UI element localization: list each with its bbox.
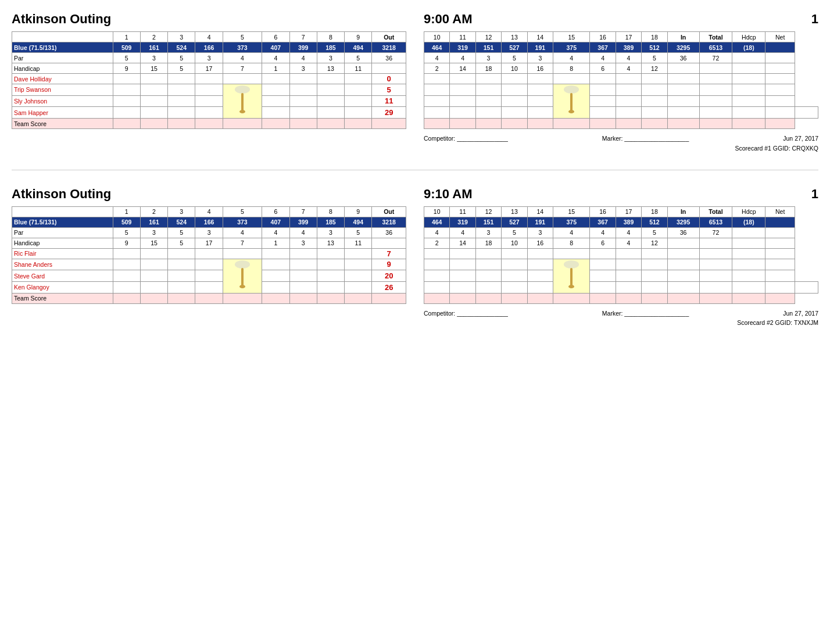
page-divider (12, 170, 818, 170)
svg-rect-4 (570, 93, 573, 112)
front-nine-table-2: 1 2 3 4 5 6 7 8 9 Out Blue (71.5/131) 50… (12, 206, 406, 304)
svg-rect-1 (241, 93, 244, 112)
golf-tee-icon-2b (563, 285, 579, 292)
svg-point-8 (239, 285, 245, 288)
marker-label-2: Marker: ___________________ (602, 309, 689, 319)
player-row-2: Trip Swanson 5 (12, 84, 406, 96)
svg-rect-7 (241, 268, 244, 287)
player-row-4: Sam Happer 29 (12, 107, 406, 119)
scorecard-2-back: 9:10 AM 1 10 11 12 13 14 15 16 17 18 In … (424, 187, 818, 328)
front-nine-table-1: 1 2 3 4 5 6 7 8 9 Out Blue (71.5/131) 50… (12, 31, 406, 129)
team-score-row-1: Team Score (12, 119, 406, 129)
scorecard-2-title: Atkinson Outing (12, 187, 111, 202)
marker-label-1: Marker: ___________________ (602, 134, 689, 144)
player-row-s2-4: Ken Glangoy 26 (12, 281, 406, 293)
scorecard-1-back: 9:00 AM 1 10 11 12 13 14 15 16 17 18 In … (424, 12, 818, 153)
svg-point-11 (568, 285, 574, 288)
svg-point-2 (239, 110, 245, 113)
svg-point-5 (568, 110, 574, 113)
competitor-label-1: Competitor: _______________ (424, 134, 508, 144)
svg-point-6 (235, 260, 250, 269)
player-row-s2-2: Shane Anders 9 (12, 259, 406, 270)
footer-1: Competitor: _______________ Marker: ____… (424, 134, 818, 153)
svg-rect-10 (570, 268, 573, 287)
scorecard-info-1: Scorecard #1 GGID: CRQXKQ (735, 145, 818, 152)
player-row-s2-3: Steve Gard 20 (12, 270, 406, 282)
golf-tee-icon-1 (234, 85, 251, 117)
team-score-row-2: Team Score (12, 293, 406, 303)
player-row-s2-1: Ric Flair 7 (12, 248, 406, 259)
scorecard-info-2: Scorecard #2 GGID: TXNXJM (737, 319, 818, 326)
footer-2: Competitor: _______________ Marker: ____… (424, 309, 818, 328)
back-nine-table-1: 10 11 12 13 14 15 16 17 18 In Total Hdcp… (424, 31, 818, 129)
scorecard-number-1: 1 (811, 12, 818, 27)
tee-time-2: 9:10 AM (424, 187, 473, 202)
svg-point-0 (235, 85, 250, 94)
golf-tee-icon-2 (234, 285, 251, 292)
svg-point-9 (564, 260, 579, 269)
scorecard-1-front: Atkinson Outing 1 2 3 4 5 6 7 8 9 Out (12, 12, 406, 153)
competitor-label-2: Competitor: _______________ (424, 309, 508, 319)
scorecard-number-2: 1 (811, 187, 818, 202)
golf-tee-icon-1b (563, 110, 579, 117)
date-2: Jun 27, 2017 (783, 309, 818, 319)
tee-time-1: 9:00 AM (424, 12, 473, 27)
scorecard-1-title: Atkinson Outing (12, 12, 111, 27)
svg-point-3 (564, 85, 579, 94)
player-row-1: Dave Holliday 0 (12, 74, 406, 84)
scorecard-2-front: Atkinson Outing 1 2 3 4 5 6 7 8 9 Out (12, 187, 406, 328)
date-1: Jun 27, 2017 (783, 134, 818, 144)
player-row-3: Sly Johnson 11 (12, 95, 406, 107)
back-nine-table-2: 10 11 12 13 14 15 16 17 18 In Total Hdcp… (424, 206, 818, 304)
